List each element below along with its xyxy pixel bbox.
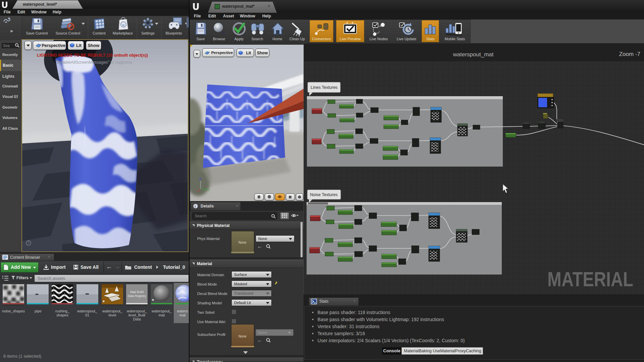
svg-text:u: u (122, 22, 124, 27)
svg-text:Noise Textures: Noise Textures (310, 192, 337, 197)
svg-text:Data Registry: Data Registry (128, 294, 146, 298)
svg-text:Lines Textures: Lines Textures (311, 85, 337, 90)
svg-text:i: i (195, 204, 196, 208)
svg-text:?: ? (28, 241, 30, 245)
svg-text:Zoom -7: Zoom -7 (619, 51, 640, 57)
svg-text:z: z (199, 177, 201, 181)
svg-text:waterspout_mat: waterspout_mat (453, 51, 494, 58)
svg-text:*: * (103, 299, 105, 305)
svg-text:MATERIAL: MATERIAL (547, 267, 633, 291)
svg-text:*: * (152, 298, 154, 303)
svg-text:Map Build: Map Build (130, 290, 144, 294)
